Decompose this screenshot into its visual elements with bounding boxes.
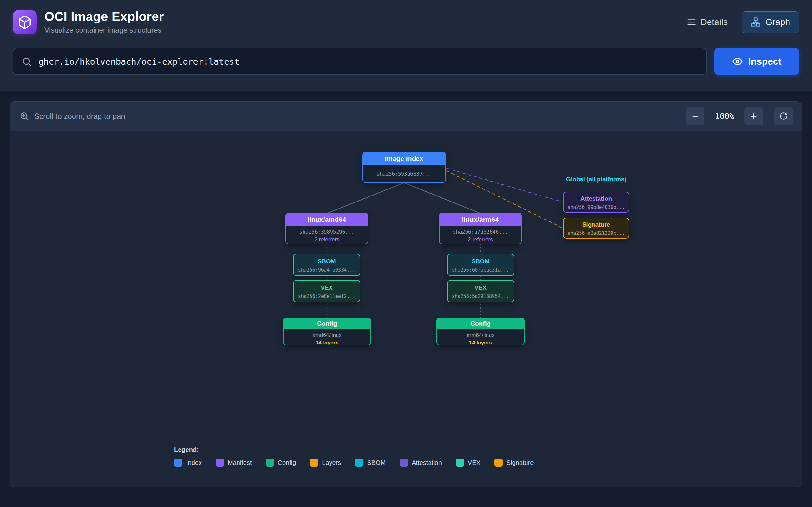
legend-label: Layers (322, 459, 341, 466)
legend-label: Manifest (228, 459, 252, 466)
legend-item-manifest: Manifest (216, 458, 252, 467)
node-title: VEX (294, 284, 360, 291)
graph-label: Graph (765, 17, 790, 27)
node-sbom-amd64[interactable]: SBOM sha256:96a4fa0334... (293, 254, 360, 276)
header: OCI Image Explorer Visualize container i… (0, 0, 812, 91)
legend-label: Attestation (412, 459, 442, 466)
attestation-swatch (400, 458, 408, 467)
layers-count: 14 layers (284, 340, 370, 346)
node-linux-arm64[interactable]: linux/arm64 sha256:a7d32646... 2 referre… (439, 213, 522, 244)
node-sbom-arm64[interactable]: SBOM sha256:60fecac31a... (447, 254, 514, 276)
package-icon (17, 15, 32, 30)
legend-label: Index (186, 459, 202, 466)
zoom-in-button[interactable] (745, 107, 763, 125)
graph-canvas[interactable]: Global (all platforms) Image Index sha25… (10, 131, 802, 487)
brand: OCI Image Explorer Visualize container i… (13, 9, 164, 35)
sbom-swatch (355, 458, 363, 467)
vex-swatch (456, 458, 464, 467)
node-digest: sha256:a2a821229c... (564, 230, 629, 236)
inspect-button[interactable]: Inspect (714, 48, 799, 75)
node-title: Config (437, 318, 524, 329)
zoom-hint-text: Scroll to zoom, drag to pan (34, 112, 125, 121)
reset-view-button[interactable] (774, 107, 793, 125)
graph-edges (10, 131, 803, 487)
node-digest: sha256:39895296... (286, 229, 368, 235)
node-title: SBOM (294, 258, 360, 265)
config-swatch (266, 458, 274, 467)
node-title: VEX (448, 284, 513, 291)
node-image-index[interactable]: Image Index sha256:593a6837... (362, 152, 446, 183)
node-digest: sha256:99b8e4036b... (564, 205, 629, 210)
refresh-icon (779, 112, 788, 120)
app-root: OCI Image Explorer Visualize container i… (0, 0, 812, 507)
plus-icon (750, 112, 758, 120)
view-switcher: Details Graph (687, 11, 799, 33)
search-icon (21, 56, 32, 67)
legend-item-vex: VEX (456, 458, 480, 467)
layers-swatch (310, 458, 318, 467)
platform-label: amd64/linux (284, 332, 370, 338)
details-toggle[interactable]: Details (687, 17, 728, 27)
node-digest: sha256:96a4fa0334... (294, 267, 360, 273)
index-swatch (174, 458, 183, 467)
node-vex-amd64[interactable]: VEX sha256:2e8e11eef2... (293, 280, 360, 302)
referrers-count: 2 referrers (286, 236, 368, 243)
node-digest: sha256:a7d32646... (440, 229, 521, 235)
legend-item-layers: Layers (310, 458, 341, 467)
graph-toggle[interactable]: Graph (742, 11, 799, 33)
legend-title: Legend: (174, 446, 534, 453)
eye-icon (732, 56, 743, 67)
node-signature[interactable]: Signature sha256:a2a821229c... (563, 218, 629, 239)
manifest-swatch (216, 458, 224, 467)
signature-swatch (495, 458, 503, 467)
graph-icon (751, 17, 761, 27)
node-title: Attestation (564, 195, 629, 202)
node-config-arm64[interactable]: Config arm64/linux 14 layers (437, 318, 525, 345)
details-label: Details (701, 17, 728, 27)
zoom-controls: 100% (686, 107, 793, 125)
legend-item-config: Config (266, 458, 296, 467)
referrers-count: 2 referrers (440, 236, 521, 243)
legend-label: SBOM (367, 459, 386, 466)
zoom-hint: Scroll to zoom, drag to pan (19, 111, 125, 121)
legend-item-index: Index (174, 458, 202, 467)
platform-label: arm64/linux (437, 332, 524, 338)
node-title: linux/amd64 (286, 213, 368, 226)
legend-label: VEX (468, 459, 480, 466)
node-title: SBOM (448, 258, 513, 265)
node-digest: sha256:593a6837... (376, 171, 432, 177)
zoom-icon (19, 111, 29, 121)
search-input[interactable] (38, 57, 698, 66)
graph-toolbar: Scroll to zoom, drag to pan 100% (10, 102, 802, 131)
node-digest: sha256:2e8e11eef2... (294, 293, 360, 299)
node-linux-amd64[interactable]: linux/amd64 sha256:39895296... 2 referre… (286, 213, 368, 244)
legend-label: Config (278, 459, 296, 466)
menu-icon (687, 17, 696, 27)
graph-panel: Scroll to zoom, drag to pan 100% (9, 101, 803, 487)
legend: Legend: Index Manifest Config (174, 446, 534, 467)
page-title: OCI Image Explorer (44, 9, 164, 24)
node-digest: sha256:60fecac31a... (448, 267, 513, 273)
node-digest: sha256:5a29188954... (448, 293, 513, 299)
zoom-level: 100% (711, 112, 738, 121)
node-title: Image Index (363, 153, 445, 165)
zoom-out-button[interactable] (686, 107, 705, 125)
layers-count: 14 layers (437, 340, 524, 346)
legend-item-sbom: SBOM (355, 458, 386, 467)
node-title: linux/arm64 (440, 213, 521, 226)
node-title: Config (284, 318, 370, 329)
minus-icon (691, 112, 700, 120)
app-logo (13, 10, 37, 34)
node-attestation[interactable]: Attestation sha256:99b8e4036b... (563, 192, 629, 213)
legend-item-attestation: Attestation (400, 458, 442, 467)
global-platforms-label: Global (all platforms) (557, 176, 636, 183)
image-reference-field (13, 48, 707, 75)
inspect-label: Inspect (748, 56, 781, 67)
node-config-amd64[interactable]: Config amd64/linux 14 layers (283, 318, 371, 345)
node-vex-arm64[interactable]: VEX sha256:5a29188954... (447, 280, 514, 302)
legend-label: Signature (507, 459, 534, 466)
legend-item-signature: Signature (495, 458, 534, 467)
page-subtitle: Visualize container image structures (44, 26, 164, 35)
node-title: Signature (564, 221, 629, 228)
